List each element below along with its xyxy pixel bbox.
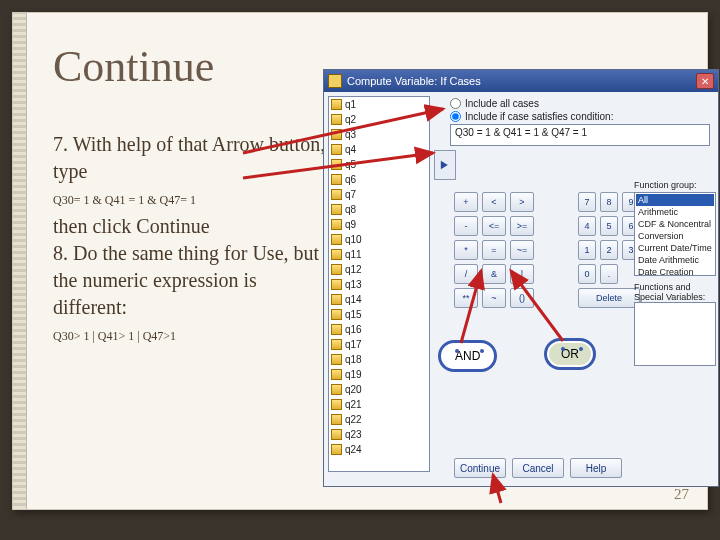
function-panel: Function group: AllArithmeticCDF & Nonce… — [634, 180, 716, 366]
help-button[interactable]: Help — [570, 458, 622, 478]
variable-row[interactable]: q10 — [329, 232, 429, 247]
slide-body: 7. With help of that Arrow button, type … — [53, 131, 333, 345]
variable-row[interactable]: q8 — [329, 202, 429, 217]
function-group-item[interactable]: Date Creation — [636, 266, 714, 276]
variable-icon — [331, 294, 342, 305]
keypad-Delete-button[interactable]: Delete — [578, 288, 640, 308]
keypad--button[interactable]: () — [510, 288, 534, 308]
variable-list[interactable]: q1q2q3q4q5q6q7q8q9q10q11q12q13q14q15q16q… — [328, 96, 430, 472]
keypad--button[interactable]: <= — [482, 216, 506, 236]
cancel-button[interactable]: Cancel — [512, 458, 564, 478]
compute-if-dialog: Compute Variable: If Cases ✕ q1q2q3q4q5q… — [323, 69, 719, 487]
variable-row[interactable]: q2 — [329, 112, 429, 127]
variable-row[interactable]: q3 — [329, 127, 429, 142]
radio-if-row[interactable]: Include if case satisfies condition: — [450, 111, 712, 122]
variable-icon — [331, 279, 342, 290]
variable-icon — [331, 249, 342, 260]
variable-row[interactable]: q11 — [329, 247, 429, 262]
variable-row[interactable]: q24 — [329, 442, 429, 457]
variable-row[interactable]: q9 — [329, 217, 429, 232]
keypad-4-button[interactable]: 4 — [578, 216, 596, 236]
variable-row[interactable]: q19 — [329, 367, 429, 382]
app-icon — [328, 74, 342, 88]
variable-name: q8 — [345, 204, 356, 215]
keypad-1-button[interactable]: 1 — [578, 240, 596, 260]
function-group-item[interactable]: All — [636, 194, 714, 206]
expression-2: Q30> 1 | Q41> 1 | Q47>1 — [53, 327, 333, 345]
variable-row[interactable]: q14 — [329, 292, 429, 307]
continue-button[interactable]: Continue — [454, 458, 506, 478]
variable-icon — [331, 219, 342, 230]
dialog-titlebar[interactable]: Compute Variable: If Cases ✕ — [324, 70, 718, 92]
variable-row[interactable]: q18 — [329, 352, 429, 367]
variable-icon — [331, 204, 342, 215]
keypad--button[interactable]: ~ — [482, 288, 506, 308]
variable-row[interactable]: q16 — [329, 322, 429, 337]
variable-row[interactable]: q12 — [329, 262, 429, 277]
functions-special-list[interactable] — [634, 302, 716, 366]
move-arrow-button[interactable] — [434, 150, 456, 180]
page-number: 27 — [674, 486, 689, 503]
binding-edge — [13, 13, 27, 509]
variable-name: q21 — [345, 399, 362, 410]
keypad-0-button[interactable]: 0 — [578, 264, 596, 284]
variable-icon — [331, 369, 342, 380]
keypad-5-button[interactable]: 5 — [600, 216, 618, 236]
variable-icon — [331, 159, 342, 170]
keypad--button[interactable]: ** — [454, 288, 478, 308]
radio-if[interactable] — [450, 111, 461, 122]
keypad-8-button[interactable]: 8 — [600, 192, 618, 212]
variable-name: q5 — [345, 159, 356, 170]
keypad--button[interactable]: + — [454, 192, 478, 212]
variable-row[interactable]: q20 — [329, 382, 429, 397]
function-group-item[interactable]: Current Date/Time — [636, 242, 714, 254]
keypad--button[interactable]: > — [510, 192, 534, 212]
or-label: OR — [561, 347, 579, 361]
keypad-7-button[interactable]: 7 — [578, 192, 596, 212]
function-group-item[interactable]: Conversion — [636, 230, 714, 242]
variable-icon — [331, 399, 342, 410]
keypad--button[interactable]: & — [482, 264, 506, 284]
dialog-button-row: Continue Cancel Help — [454, 458, 622, 478]
variable-row[interactable]: q13 — [329, 277, 429, 292]
radio-all[interactable] — [450, 98, 461, 109]
variable-row[interactable]: q22 — [329, 412, 429, 427]
and-callout: AND — [439, 341, 496, 371]
variable-row[interactable]: q7 — [329, 187, 429, 202]
function-group-item[interactable]: Arithmetic — [636, 206, 714, 218]
function-group-list[interactable]: AllArithmeticCDF & Noncentral CDFConvers… — [634, 192, 716, 276]
functions-special-label: Functions and Special Variables: — [634, 282, 716, 302]
variable-row[interactable]: q5 — [329, 157, 429, 172]
arrow-right-icon — [438, 158, 452, 172]
variable-row[interactable]: q4 — [329, 142, 429, 157]
variable-icon — [331, 129, 342, 140]
keypad--button[interactable]: * — [454, 240, 478, 260]
variable-row[interactable]: q21 — [329, 397, 429, 412]
variable-icon — [331, 264, 342, 275]
variable-name: q18 — [345, 354, 362, 365]
variable-row[interactable]: q15 — [329, 307, 429, 322]
variable-icon — [331, 339, 342, 350]
condition-input[interactable]: Q30 = 1 & Q41 = 1 & Q47 = 1 — [450, 124, 710, 146]
keypad-2-button[interactable]: 2 — [600, 240, 618, 260]
keypad--button[interactable]: < — [482, 192, 506, 212]
variable-row[interactable]: q6 — [329, 172, 429, 187]
keypad--button[interactable]: . — [600, 264, 618, 284]
function-group-item[interactable]: Date Arithmetic — [636, 254, 714, 266]
radio-all-row[interactable]: Include all cases — [450, 98, 712, 109]
keypad--button[interactable]: >= — [510, 216, 534, 236]
close-button[interactable]: ✕ — [696, 73, 714, 89]
variable-name: q2 — [345, 114, 356, 125]
variable-row[interactable]: q23 — [329, 427, 429, 442]
keypad--button[interactable]: ~= — [510, 240, 534, 260]
keypad--button[interactable]: | — [510, 264, 534, 284]
keypad--button[interactable]: - — [454, 216, 478, 236]
variable-row[interactable]: q17 — [329, 337, 429, 352]
keypad--button[interactable]: / — [454, 264, 478, 284]
close-icon: ✕ — [701, 76, 709, 87]
step-7-text: 7. With help of that Arrow button, type — [53, 131, 333, 185]
variable-row[interactable]: q1 — [329, 97, 429, 112]
keypad--button[interactable]: = — [482, 240, 506, 260]
function-group-item[interactable]: CDF & Noncentral CDF — [636, 218, 714, 230]
or-callout: OR — [545, 339, 595, 369]
